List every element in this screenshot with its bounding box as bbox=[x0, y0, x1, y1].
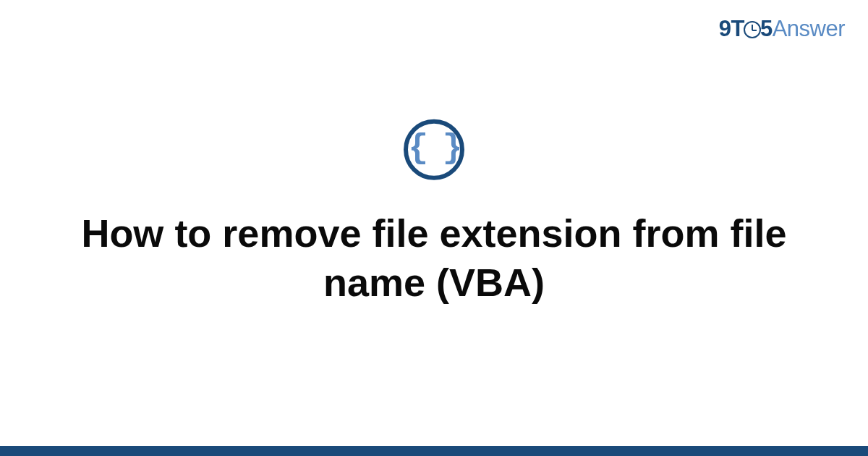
logo-text-5: 5 bbox=[760, 16, 773, 41]
page-title: How to remove file extension from file n… bbox=[0, 209, 868, 307]
footer-accent-bar bbox=[0, 446, 868, 456]
main-content: { } How to remove file extension from fi… bbox=[0, 119, 868, 307]
site-logo: 9T5Answer bbox=[719, 16, 845, 42]
logo-text-answer: Answer bbox=[773, 16, 845, 41]
code-braces-icon: { } bbox=[409, 132, 460, 165]
clock-icon bbox=[744, 21, 761, 38]
category-icon-circle: { } bbox=[404, 119, 464, 180]
logo-text-9t: 9T bbox=[719, 16, 744, 41]
